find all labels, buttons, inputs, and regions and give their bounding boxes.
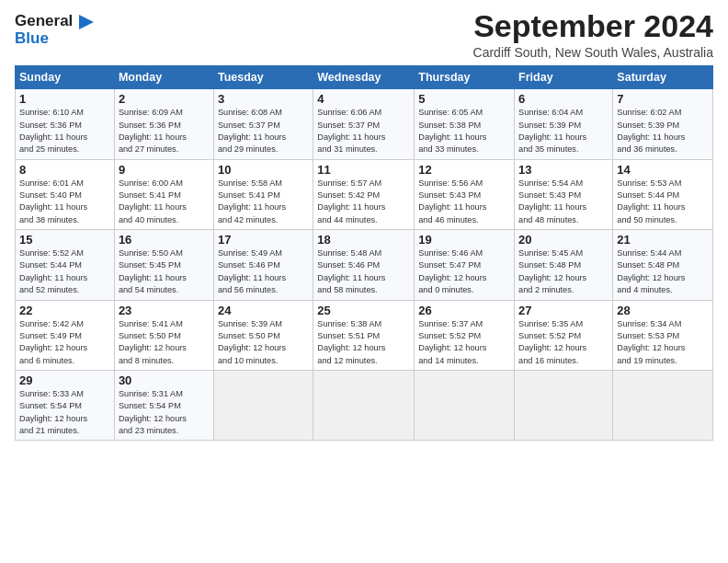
day-number: 7 xyxy=(617,92,709,106)
day-number: 29 xyxy=(19,373,110,387)
empty-cell xyxy=(313,370,415,440)
day-cell: 22Sunrise: 5:42 AMSunset: 5:49 PMDayligh… xyxy=(16,300,115,370)
title-block: September 2024 Cardiff South, New South … xyxy=(473,9,713,60)
day-info: Sunrise: 5:50 AMSunset: 5:45 PMDaylight:… xyxy=(119,248,187,294)
day-info: Sunrise: 5:41 AMSunset: 5:50 PMDaylight:… xyxy=(119,319,187,365)
day-cell: 4Sunrise: 6:06 AMSunset: 5:37 PMDaylight… xyxy=(313,89,415,159)
day-cell: 10Sunrise: 5:58 AMSunset: 5:41 PMDayligh… xyxy=(213,159,313,229)
calendar-body: 1Sunrise: 6:10 AMSunset: 5:36 PMDaylight… xyxy=(16,89,713,441)
day-number: 19 xyxy=(418,233,510,247)
day-cell: 2Sunrise: 6:09 AMSunset: 5:36 PMDaylight… xyxy=(114,89,213,159)
calendar-header: Sunday Monday Tuesday Wednesday Thursday… xyxy=(16,66,713,89)
calendar-row: 15Sunrise: 5:52 AMSunset: 5:44 PMDayligh… xyxy=(16,230,713,300)
day-info: Sunrise: 5:53 AMSunset: 5:44 PMDaylight:… xyxy=(617,178,685,224)
col-thursday: Thursday xyxy=(415,66,515,89)
day-number: 11 xyxy=(317,163,410,177)
day-number: 10 xyxy=(218,163,309,177)
day-number: 5 xyxy=(418,92,510,106)
day-info: Sunrise: 5:44 AMSunset: 5:48 PMDaylight:… xyxy=(617,248,685,294)
day-cell: 23Sunrise: 5:41 AMSunset: 5:50 PMDayligh… xyxy=(114,300,213,370)
day-number: 2 xyxy=(119,92,210,106)
day-number: 28 xyxy=(617,304,709,317)
calendar-row: 29Sunrise: 5:33 AMSunset: 5:54 PMDayligh… xyxy=(16,370,713,440)
day-number: 22 xyxy=(19,304,110,317)
day-number: 17 xyxy=(218,233,309,247)
day-info: Sunrise: 5:45 AMSunset: 5:48 PMDaylight:… xyxy=(518,248,586,294)
subtitle: Cardiff South, New South Wales, Australi… xyxy=(473,45,713,60)
logo: General Blue xyxy=(15,13,94,47)
month-title: September 2024 xyxy=(473,9,713,43)
day-cell: 15Sunrise: 5:52 AMSunset: 5:44 PMDayligh… xyxy=(16,230,115,300)
day-number: 9 xyxy=(119,163,210,177)
day-info: Sunrise: 5:46 AMSunset: 5:47 PMDaylight:… xyxy=(418,248,486,294)
day-number: 8 xyxy=(19,163,110,177)
day-info: Sunrise: 5:56 AMSunset: 5:43 PMDaylight:… xyxy=(418,178,486,224)
day-cell: 3Sunrise: 6:08 AMSunset: 5:37 PMDaylight… xyxy=(213,89,313,159)
day-info: Sunrise: 6:00 AMSunset: 5:41 PMDaylight:… xyxy=(119,178,187,224)
day-cell: 28Sunrise: 5:34 AMSunset: 5:53 PMDayligh… xyxy=(613,300,713,370)
day-number: 15 xyxy=(19,233,110,247)
day-number: 16 xyxy=(119,233,210,247)
day-info: Sunrise: 6:02 AMSunset: 5:39 PMDaylight:… xyxy=(617,108,685,154)
day-info: Sunrise: 5:49 AMSunset: 5:46 PMDaylight:… xyxy=(218,248,286,294)
col-sunday: Sunday xyxy=(16,66,115,89)
day-number: 23 xyxy=(119,304,210,317)
day-number: 14 xyxy=(617,163,709,177)
day-cell: 13Sunrise: 5:54 AMSunset: 5:43 PMDayligh… xyxy=(515,159,613,229)
day-info: Sunrise: 5:52 AMSunset: 5:44 PMDaylight:… xyxy=(19,248,87,294)
day-cell: 7Sunrise: 6:02 AMSunset: 5:39 PMDaylight… xyxy=(613,89,713,159)
day-info: Sunrise: 5:58 AMSunset: 5:41 PMDaylight:… xyxy=(218,178,286,224)
empty-cell xyxy=(613,370,713,440)
day-info: Sunrise: 5:37 AMSunset: 5:52 PMDaylight:… xyxy=(418,319,486,365)
day-info: Sunrise: 5:42 AMSunset: 5:49 PMDaylight:… xyxy=(19,319,87,365)
day-number: 30 xyxy=(119,373,210,387)
day-cell: 21Sunrise: 5:44 AMSunset: 5:48 PMDayligh… xyxy=(613,230,713,300)
day-info: Sunrise: 6:09 AMSunset: 5:36 PMDaylight:… xyxy=(119,108,187,154)
day-info: Sunrise: 5:48 AMSunset: 5:46 PMDaylight:… xyxy=(317,248,385,294)
day-cell: 30Sunrise: 5:31 AMSunset: 5:54 PMDayligh… xyxy=(114,370,213,440)
day-number: 1 xyxy=(19,92,110,106)
day-cell: 17Sunrise: 5:49 AMSunset: 5:46 PMDayligh… xyxy=(213,230,313,300)
day-number: 20 xyxy=(518,233,609,247)
calendar-row: 8Sunrise: 6:01 AMSunset: 5:40 PMDaylight… xyxy=(16,159,713,229)
day-cell: 26Sunrise: 5:37 AMSunset: 5:52 PMDayligh… xyxy=(415,300,515,370)
day-info: Sunrise: 5:38 AMSunset: 5:51 PMDaylight:… xyxy=(317,319,385,365)
day-info: Sunrise: 5:34 AMSunset: 5:53 PMDaylight:… xyxy=(617,319,685,365)
calendar-row: 22Sunrise: 5:42 AMSunset: 5:49 PMDayligh… xyxy=(16,300,713,370)
day-cell: 27Sunrise: 5:35 AMSunset: 5:52 PMDayligh… xyxy=(515,300,613,370)
day-cell: 1Sunrise: 6:10 AMSunset: 5:36 PMDaylight… xyxy=(16,89,115,159)
day-number: 3 xyxy=(218,92,309,106)
empty-cell xyxy=(515,370,613,440)
day-info: Sunrise: 6:01 AMSunset: 5:40 PMDaylight:… xyxy=(19,178,87,224)
day-number: 12 xyxy=(418,163,510,177)
day-cell: 6Sunrise: 6:04 AMSunset: 5:39 PMDaylight… xyxy=(515,89,613,159)
day-cell: 29Sunrise: 5:33 AMSunset: 5:54 PMDayligh… xyxy=(16,370,115,440)
day-cell: 20Sunrise: 5:45 AMSunset: 5:48 PMDayligh… xyxy=(515,230,613,300)
header: General Blue September 2024 Cardiff Sout… xyxy=(15,9,713,60)
day-info: Sunrise: 5:54 AMSunset: 5:43 PMDaylight:… xyxy=(518,178,586,224)
day-info: Sunrise: 5:33 AMSunset: 5:54 PMDaylight:… xyxy=(19,389,87,435)
calendar-row: 1Sunrise: 6:10 AMSunset: 5:36 PMDaylight… xyxy=(16,89,713,159)
empty-cell xyxy=(415,370,515,440)
day-cell: 8Sunrise: 6:01 AMSunset: 5:40 PMDaylight… xyxy=(16,159,115,229)
day-cell: 9Sunrise: 6:00 AMSunset: 5:41 PMDaylight… xyxy=(114,159,213,229)
col-wednesday: Wednesday xyxy=(313,66,415,89)
day-number: 25 xyxy=(317,304,410,317)
col-saturday: Saturday xyxy=(613,66,713,89)
day-info: Sunrise: 6:06 AMSunset: 5:37 PMDaylight:… xyxy=(317,108,385,154)
calendar: Sunday Monday Tuesday Wednesday Thursday… xyxy=(15,65,713,441)
logo-triangle-icon xyxy=(79,15,94,29)
day-info: Sunrise: 6:10 AMSunset: 5:36 PMDaylight:… xyxy=(19,108,87,154)
col-tuesday: Tuesday xyxy=(213,66,313,89)
day-cell: 11Sunrise: 5:57 AMSunset: 5:42 PMDayligh… xyxy=(313,159,415,229)
day-info: Sunrise: 6:04 AMSunset: 5:39 PMDaylight:… xyxy=(518,108,586,154)
day-info: Sunrise: 6:08 AMSunset: 5:37 PMDaylight:… xyxy=(218,108,286,154)
day-cell: 18Sunrise: 5:48 AMSunset: 5:46 PMDayligh… xyxy=(313,230,415,300)
day-number: 26 xyxy=(418,304,510,317)
page: General Blue September 2024 Cardiff Sout… xyxy=(0,0,728,563)
empty-cell xyxy=(213,370,313,440)
day-cell: 25Sunrise: 5:38 AMSunset: 5:51 PMDayligh… xyxy=(313,300,415,370)
day-info: Sunrise: 5:31 AMSunset: 5:54 PMDaylight:… xyxy=(119,389,187,435)
col-friday: Friday xyxy=(515,66,613,89)
day-number: 4 xyxy=(317,92,410,106)
